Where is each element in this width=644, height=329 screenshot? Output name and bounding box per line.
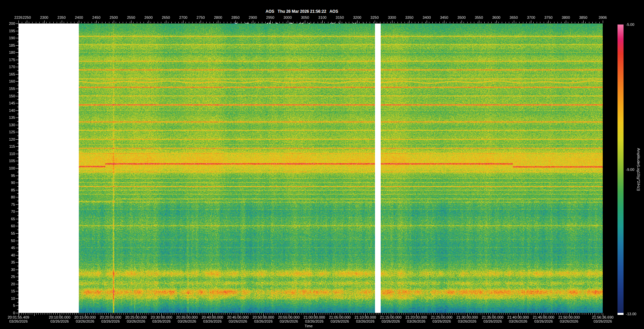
- time-axis-label: 21:05:00.00003/26/2026: [329, 315, 351, 323]
- time-label-clock: 20:50:00.000: [253, 315, 274, 319]
- colorbar-mid-label: -9.00: [626, 168, 634, 172]
- record-axis-label: 3850: [579, 15, 587, 19]
- time-label-clock: 21:50:00.000: [558, 315, 580, 319]
- record-axis-label: 3400: [423, 15, 431, 19]
- time-label-date: 03/26/2026: [592, 319, 613, 323]
- frequency-axis-label: 35: [0, 260, 15, 264]
- record-axis-label: 3000: [283, 15, 291, 19]
- record-axis-label: 2750: [197, 15, 205, 19]
- time-label-date: 03/26/2026: [202, 319, 223, 323]
- frequency-axis-label: 145: [0, 101, 15, 105]
- frequency-axis-label: 50: [0, 239, 15, 243]
- frequency-axis-label: 80: [0, 195, 15, 199]
- time-axis-label: 21:45:00.00003/26/2026: [533, 315, 554, 323]
- frequency-axis-label: 85: [0, 188, 15, 192]
- time-label-clock: 20:55:00.000: [278, 315, 300, 319]
- time-label-date: 03/26/2026: [278, 319, 300, 323]
- time-label-date: 03/26/2026: [8, 319, 29, 323]
- time-label-clock: 21:25:00.000: [431, 315, 452, 319]
- time-axis-label: 21:20:00.00003/26/2026: [406, 315, 427, 323]
- time-label-date: 03/26/2026: [558, 319, 580, 323]
- frequency-axis-label: 55: [0, 231, 15, 235]
- time-label-clock: 20:10:00.000: [49, 315, 70, 319]
- time-axis-label: 20:25:00.00003/26/2026: [125, 315, 147, 323]
- time-axis-label: 20:40:00.00003/26/2026: [202, 315, 223, 323]
- record-axis-label: 2226: [14, 15, 22, 19]
- time-axis-label: 20:10:00.00003/26/2026: [49, 315, 70, 323]
- frequency-axis-label: 65: [0, 217, 15, 221]
- record-axis-label: 3600: [492, 15, 500, 19]
- frequency-axis-label: 45: [0, 246, 15, 250]
- record-axis-label: 3550: [475, 15, 483, 19]
- time-axis-label: 21:40:00.00003/26/2026: [507, 315, 529, 323]
- time-label-clock: 21:30:00.000: [457, 315, 478, 319]
- time-axis-label: 21:10:00.00003/26/2026: [355, 315, 376, 323]
- time-label-date: 03/26/2026: [533, 319, 554, 323]
- frequency-axis-label: 100: [0, 166, 15, 170]
- frequency-axis-label: 70: [0, 209, 15, 214]
- time-axis-label: 21:35:00.00003/26/2026: [482, 315, 503, 323]
- frequency-axis-label: 160: [0, 79, 15, 83]
- time-label-date: 03/26/2026: [507, 319, 529, 323]
- time-label-clock: 21:45:00.000: [533, 315, 554, 319]
- record-axis-label: 3500: [458, 15, 466, 19]
- time-axis-label: 21:56:36.69003/26/2026: [592, 315, 613, 323]
- time-axis-label: 21:25:00.00003/26/2026: [431, 315, 452, 323]
- time-label-date: 03/26/2026: [253, 319, 274, 323]
- frequency-axis-label: 105: [0, 159, 15, 163]
- time-label-date: 03/26/2026: [482, 319, 503, 323]
- time-label-date: 03/26/2026: [457, 319, 478, 323]
- record-axis-label: 2650: [162, 15, 170, 19]
- record-axis-label: 3350: [405, 15, 413, 19]
- frequency-axis-label: 60: [0, 224, 15, 228]
- frequency-axis-label: 155: [0, 87, 15, 91]
- record-axis-label: 2350: [57, 15, 65, 19]
- time-label-clock: 20:35:00.000: [176, 315, 198, 319]
- frequency-axis-label: 115: [0, 144, 15, 148]
- frequency-axis-label: 170: [0, 65, 15, 69]
- frequency-axis-label: 10: [0, 296, 15, 300]
- frequency-axis-label: 130: [0, 123, 15, 127]
- time-label-date: 03/26/2026: [151, 319, 172, 323]
- time-axis-label: 20:20:00.00003/26/2026: [100, 315, 121, 323]
- frequency-axis-label: 110: [0, 152, 15, 156]
- frequency-axis-label: 140: [0, 108, 15, 112]
- time-label-clock: 21:05:00.000: [329, 315, 351, 319]
- frequency-axis-label: 15: [0, 289, 15, 293]
- frequency-axis-label: 175: [0, 58, 15, 62]
- time-label-clock: 21:35:00.000: [482, 315, 503, 319]
- time-label-date: 03/26/2026: [380, 319, 401, 323]
- record-axis-label: 2550: [127, 15, 135, 19]
- record-axis-label: 3100: [318, 15, 326, 19]
- time-axis-label: 20:01:55.40903/26/2026: [8, 315, 29, 323]
- frequency-axis-label: 90: [0, 181, 15, 185]
- frequency-axis-label: 165: [0, 72, 15, 76]
- record-axis-label: 3800: [562, 15, 570, 19]
- record-axis-label: 2800: [214, 15, 222, 19]
- frequency-axis-label: 195: [0, 29, 15, 33]
- frequency-axis-label: 125: [0, 130, 15, 134]
- record-axis-label: 2450: [92, 15, 100, 19]
- frequency-axis-label: 120: [0, 137, 15, 141]
- time-label-date: 03/26/2026: [49, 319, 70, 323]
- time-label-clock: 21:56:36.690: [592, 315, 613, 319]
- frequency-axis-label: 180: [0, 50, 15, 54]
- frequency-axis-label: 5: [0, 303, 15, 308]
- colorbar-min-label: -13.00: [626, 312, 636, 316]
- time-label-clock: 21:15:00.000: [380, 315, 401, 319]
- frequency-axis-label: 185: [0, 43, 15, 47]
- time-axis-label: 21:50:00.00003/26/2026: [558, 315, 580, 323]
- colorbar-axis-title: Amplitude(Log10(g^2/Hz)): [637, 148, 641, 191]
- record-axis-label: 3750: [544, 15, 552, 19]
- frequency-axis-label: 40: [0, 253, 15, 257]
- spectrogram-plot[interactable]: [18, 23, 603, 313]
- record-axis-label: 3906: [599, 15, 607, 19]
- record-axis-label: 2400: [75, 15, 83, 19]
- time-label-clock: 20:01:55.409: [8, 315, 29, 319]
- frequency-axis-label: 30: [0, 268, 15, 272]
- frequency-axis-label: 75: [0, 202, 15, 206]
- time-label-clock: 20:20:00.000: [100, 315, 121, 319]
- time-label-clock: 20:40:00.000: [202, 315, 223, 319]
- record-axis-label: 3050: [301, 15, 309, 19]
- frequency-axis-label: 0: [0, 311, 15, 315]
